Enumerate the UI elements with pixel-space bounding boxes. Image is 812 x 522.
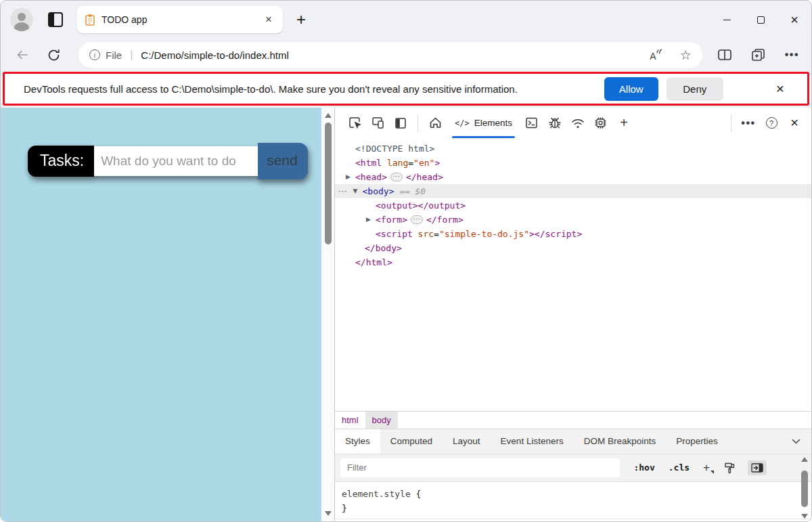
element-style-rule[interactable]: element.style {	[335, 482, 811, 501]
address-bar[interactable]: i File | C:/Demo/simple-to-do/index.html…	[78, 42, 702, 68]
toggle-class-button[interactable]: .cls	[669, 462, 690, 473]
devtools-help-button[interactable]: ?	[760, 112, 783, 135]
todo-app-page: Tasks: send	[1, 108, 321, 521]
styles-scrollbar[interactable]	[798, 457, 811, 519]
maximize-button[interactable]	[744, 1, 777, 39]
allow-button[interactable]: Allow	[604, 77, 658, 101]
close-window-button[interactable]: ×	[777, 1, 811, 39]
collections-button[interactable]	[751, 48, 766, 62]
cpu-chip-icon	[593, 116, 608, 130]
send-button[interactable]: send	[258, 143, 308, 179]
dom-node-output[interactable]: <output></output>	[335, 198, 811, 213]
split-screen-icon	[717, 48, 732, 62]
wifi-icon	[570, 116, 585, 130]
styles-rules: element.style { } @media (prefers-color-…	[335, 482, 811, 522]
content-area: Tasks: send	[1, 108, 811, 521]
dock-side-button[interactable]	[389, 112, 412, 135]
dom-node-html-close[interactable]: </html>	[335, 255, 811, 269]
media-query-rule: @media (prefers-color-scheme: light)	[335, 519, 811, 522]
expand-arrow-icon[interactable]: ▶	[366, 213, 376, 227]
tab-properties[interactable]: Properties	[666, 429, 728, 454]
scroll-down-icon[interactable]	[325, 511, 332, 516]
new-style-rule-button[interactable]: +	[703, 461, 710, 475]
home-icon	[428, 116, 443, 130]
tab-styles[interactable]: Styles	[335, 429, 380, 454]
dock-side-icon	[394, 116, 407, 130]
refresh-button[interactable]	[47, 48, 61, 62]
tab-layout[interactable]: Layout	[443, 429, 491, 454]
home-tab-button[interactable]	[424, 112, 447, 135]
browser-menu-button[interactable]: •••	[785, 49, 799, 61]
notification-message: DevTools requests full access to C:\Demo…	[24, 83, 518, 95]
performance-tab-button[interactable]	[589, 112, 612, 135]
dom-node-doctype[interactable]: <!DOCTYPE html>	[335, 142, 811, 156]
scroll-down-icon[interactable]	[801, 514, 808, 519]
devtools-menu-button[interactable]: •••	[737, 112, 760, 135]
tab-event-listeners[interactable]: Event Listeners	[491, 429, 574, 454]
node-menu-icon[interactable]: ···	[338, 184, 348, 198]
deny-button[interactable]: Deny	[667, 77, 723, 101]
scroll-up-icon[interactable]	[801, 457, 808, 462]
profile-avatar-icon[interactable]	[10, 8, 33, 31]
url-text[interactable]: C:/Demo/simple-to-do/index.html	[141, 49, 650, 61]
dom-node-body-selected[interactable]: ···▼<body>==$0	[335, 184, 811, 198]
tab-close-icon[interactable]: ×	[261, 12, 276, 27]
device-emulation-button[interactable]	[366, 112, 389, 135]
breadcrumb-body[interactable]: body	[365, 412, 398, 429]
notification-close-icon[interactable]: ×	[776, 81, 784, 97]
scroll-up-icon[interactable]	[325, 113, 332, 118]
read-aloud-button[interactable]: A	[650, 49, 662, 62]
styles-filter-input[interactable]	[340, 458, 620, 477]
styles-pane: :hov .cls + element.style	[335, 454, 811, 522]
scrollbar-thumb[interactable]	[325, 123, 332, 244]
tab-actions-icon[interactable]	[48, 12, 63, 27]
collapse-arrow-icon[interactable]: ▼	[353, 184, 363, 198]
dom-node-head[interactable]: ▶<head>···</head>	[335, 170, 811, 184]
collections-icon	[751, 48, 766, 62]
page-scrollbar[interactable]	[321, 108, 334, 521]
console-tab-button[interactable]	[520, 112, 543, 135]
toggle-hover-state-button[interactable]: :hov	[633, 462, 654, 473]
favorite-star-button[interactable]: ☆	[680, 47, 692, 63]
expand-arrow-icon[interactable]: ▶	[346, 170, 355, 184]
tab-elements[interactable]: </> Elements	[447, 108, 520, 138]
clipboard-icon	[85, 14, 95, 26]
expand-ellipsis-icon[interactable]: ···	[390, 173, 403, 181]
todo-form: Tasks: send	[28, 143, 308, 179]
dom-node-form[interactable]: ▶<form>···</form>	[335, 213, 811, 227]
dom-node-script[interactable]: <script src="simple-to-do.js"></script>	[335, 227, 811, 241]
tab-computed[interactable]: Computed	[380, 429, 443, 454]
dom-breadcrumb: html body	[335, 411, 811, 429]
sidebar-arrow-icon	[751, 463, 763, 473]
titlebar: TODO app × + ×	[1, 1, 811, 39]
expand-ellipsis-icon[interactable]: ···	[411, 215, 423, 224]
minimize-button[interactable]	[710, 1, 744, 39]
address-separator: |	[130, 49, 133, 61]
browser-tab[interactable]: TODO app ×	[76, 6, 283, 33]
page-info-icon[interactable]: i	[89, 49, 100, 60]
more-panels-button[interactable]	[792, 429, 800, 454]
file-scheme-label: File	[106, 49, 122, 61]
new-tab-button[interactable]: +	[296, 10, 306, 29]
styles-filter-row: :hov .cls +	[335, 454, 811, 482]
help-icon: ?	[766, 117, 777, 129]
window-controls: ×	[710, 1, 811, 39]
rendering-emulation-button[interactable]	[723, 462, 736, 474]
scrollbar-thumb[interactable]	[801, 471, 808, 507]
close-icon: ×	[790, 13, 798, 26]
tab-title: TODO app	[102, 14, 261, 25]
back-button[interactable]	[16, 48, 29, 62]
computed-sidebar-toggle[interactable]	[748, 460, 767, 475]
issues-tab-button[interactable]	[543, 112, 566, 135]
todo-input[interactable]	[94, 146, 258, 176]
dom-node-body-close[interactable]: </body>	[335, 241, 811, 255]
inspect-element-button[interactable]	[343, 112, 366, 135]
refresh-icon	[47, 48, 61, 62]
breadcrumb-html[interactable]: html	[335, 412, 365, 429]
tab-dom-breakpoints[interactable]: DOM Breakpoints	[574, 429, 667, 454]
more-tabs-button[interactable]: +	[612, 112, 635, 135]
network-tab-button[interactable]	[566, 112, 589, 135]
devtools-close-button[interactable]: ×	[783, 112, 806, 135]
dom-node-html[interactable]: <html lang="en">	[335, 156, 811, 170]
split-screen-button[interactable]	[717, 48, 732, 62]
